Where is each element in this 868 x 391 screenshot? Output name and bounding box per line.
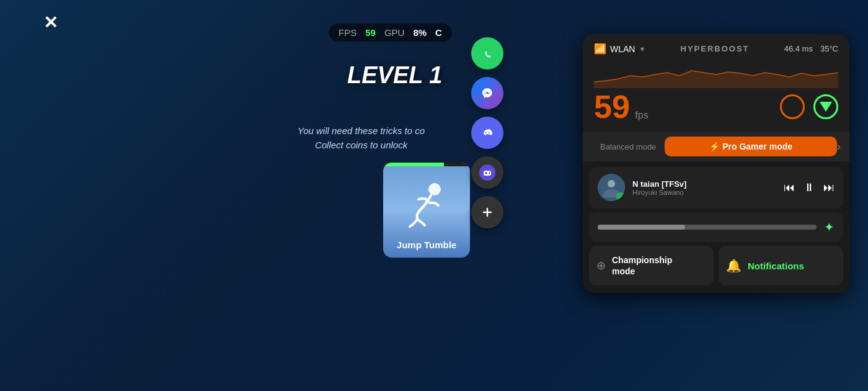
top-hud: FPS 59 GPU 8% C	[329, 24, 452, 42]
brightness-fill	[598, 225, 685, 230]
gamepad-app-icon[interactable]	[471, 156, 503, 189]
bottom-buttons: ⊕ Championshipmode 🔔 Notifications	[589, 246, 843, 285]
svg-rect-7	[485, 173, 487, 174]
level-title: LEVEL 1	[347, 62, 442, 89]
latency-value: 46.4 ms	[784, 44, 813, 53]
svg-point-9	[489, 173, 490, 174]
svg-point-0	[428, 183, 441, 196]
gpu-value: 8%	[413, 27, 427, 38]
fps-value: 59	[365, 27, 376, 38]
svg-point-2	[479, 85, 495, 101]
trick-card[interactable]: Jump Tumble	[383, 163, 470, 258]
trick-card-icon	[396, 173, 458, 235]
trick-card-label: Jump Tumble	[397, 235, 456, 258]
music-controls: ⏮ ⏸ ⏭	[784, 181, 835, 194]
close-button[interactable]: ✕	[43, 12, 58, 33]
svg-point-13	[608, 180, 615, 187]
fps-area: 59 fps	[583, 63, 849, 132]
pro-gamer-mode-option[interactable]: ⚡ Pro Gamer mode	[665, 137, 837, 156]
cpu-indicator	[780, 94, 805, 119]
notifications-button[interactable]: 🔔 Notifications	[719, 246, 843, 285]
wifi-icon: 📶	[594, 43, 606, 55]
notifications-label: Notifications	[748, 261, 804, 271]
gpu-label: GPU	[384, 27, 405, 38]
fps-label: FPS	[339, 27, 356, 38]
cpu-label: C	[435, 27, 442, 38]
brightness-row: ✦	[589, 212, 843, 242]
svg-point-8	[489, 172, 490, 173]
wlan-indicator[interactable]: 📶 WLAN ▼	[594, 43, 645, 55]
music-info: N taian [TFSv] Hiroyuki Sawano	[632, 179, 776, 196]
championship-label: Championshipmode	[612, 254, 672, 277]
wlan-dropdown-icon: ▼	[639, 45, 645, 53]
prev-track-button[interactable]: ⏮	[784, 181, 795, 194]
panel-header: 📶 WLAN ▼ HYPERBOOST 46.4 ms 35°C	[583, 34, 849, 63]
fps-big-value: 59	[594, 91, 630, 123]
music-avatar: ♪	[598, 174, 625, 201]
music-artist: Hiroyuki Sawano	[632, 189, 776, 196]
spotify-badge: ♪	[616, 192, 625, 201]
app-icons-sidebar	[471, 37, 503, 228]
triangle-indicator	[820, 102, 832, 112]
next-track-button[interactable]: ⏭	[823, 181, 835, 194]
panel-stats: 46.4 ms 35°C	[784, 44, 838, 53]
add-app-button[interactable]	[471, 196, 503, 228]
svg-marker-11	[594, 71, 838, 88]
bell-icon: 🔔	[726, 258, 742, 273]
fps-display-row: 59 fps	[594, 91, 838, 123]
game-subtitle: You will need these tricks to co Collect…	[298, 124, 425, 152]
hyperboost-label: HYPERBOOST	[681, 44, 750, 53]
mode-chevron-icon: ›	[837, 140, 841, 153]
music-title: N taian [TFSv]	[632, 179, 776, 189]
music-player: ♪ N taian [TFSv] Hiroyuki Sawano ⏮ ⏸ ⏭	[589, 166, 843, 209]
fps-graph	[594, 63, 838, 88]
championship-mode-button[interactable]: ⊕ Championshipmode	[589, 246, 714, 285]
right-panel: 📶 WLAN ▼ HYPERBOOST 46.4 ms 35°C 59 fps	[583, 34, 849, 293]
brightness-slider[interactable]	[598, 225, 817, 230]
messenger-icon[interactable]	[471, 77, 503, 109]
fps-indicators	[780, 94, 838, 119]
temp-value: 35°C	[820, 44, 838, 53]
pause-button[interactable]: ⏸	[804, 181, 815, 194]
brightness-icon: ✦	[824, 220, 835, 235]
game-area: LEVEL 1 You will need these tricks to co…	[0, 0, 471, 391]
fps-unit-label: fps	[635, 110, 648, 120]
championship-icon: ⊕	[596, 259, 606, 272]
balanced-mode-option[interactable]: Balanced mode	[591, 138, 665, 155]
wlan-label: WLAN	[610, 44, 635, 54]
whatsapp-icon[interactable]	[471, 37, 503, 70]
mode-selector: Balanced mode ⚡ Pro Gamer mode ›	[583, 132, 849, 161]
discord-icon[interactable]	[471, 117, 503, 149]
trick-card-progress-fill	[383, 163, 444, 166]
trick-card-progress-bar	[383, 163, 470, 166]
gpu-indicator	[813, 94, 838, 119]
